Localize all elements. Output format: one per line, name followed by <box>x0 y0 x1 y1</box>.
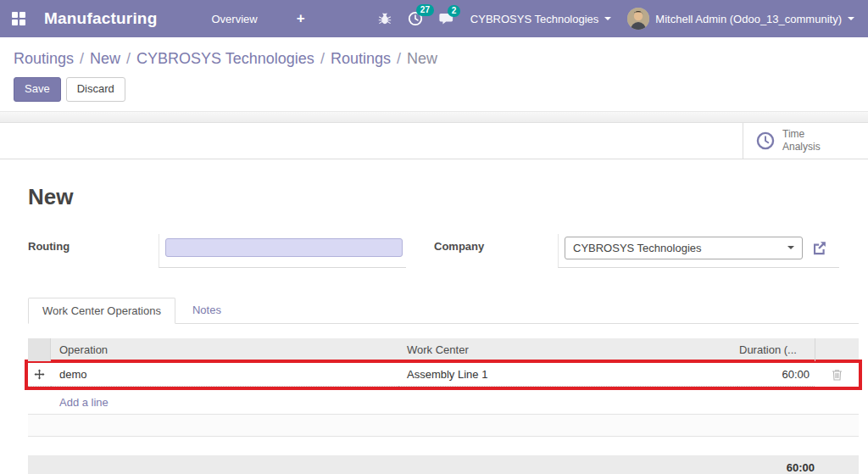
tab-work-center-operations[interactable]: Work Center Operations <box>28 298 175 324</box>
chevron-down-icon <box>848 17 854 20</box>
company-field-group: Company CYBROSYS Technologies <box>434 234 839 268</box>
record-title: New <box>28 184 859 210</box>
breadcrumb-link[interactable]: Routings <box>331 50 391 67</box>
activities-button[interactable]: 27 <box>408 11 423 26</box>
message-count-badge: 2 <box>448 5 461 17</box>
breadcrumb-link[interactable]: Routings <box>14 50 74 67</box>
menu-overview[interactable]: Overview <box>212 13 258 25</box>
company-field-cell: CYBROSYS Technologies <box>558 234 839 268</box>
company-field-label: Company <box>434 234 558 268</box>
control-panel-buttons: Save Discard <box>14 77 854 102</box>
save-button[interactable]: Save <box>14 77 61 102</box>
tab-notes[interactable]: Notes <box>175 298 238 324</box>
chevron-down-icon <box>787 246 794 249</box>
duration-total-value: 60:00 <box>787 461 815 474</box>
external-link-icon[interactable] <box>811 240 827 256</box>
breadcrumb: Routings/New/CYBROSYS Technologies/Routi… <box>14 50 854 68</box>
company-switcher[interactable]: CYBROSYS Technologies <box>470 13 612 25</box>
form-sheet: New Routing Company CYBROSYS Technologie… <box>0 184 868 474</box>
trash-icon <box>832 369 843 381</box>
apps-menu-icon[interactable] <box>12 12 25 25</box>
routing-input[interactable] <box>165 238 403 257</box>
spacer <box>28 437 859 455</box>
status-bar-strip <box>0 111 868 123</box>
discard-button[interactable]: Discard <box>66 77 125 102</box>
add-a-line-link[interactable]: Add a line <box>28 390 859 414</box>
operations-list: Operation Work Center Duration (... demo… <box>28 338 859 474</box>
row-drag-handle[interactable] <box>28 363 51 387</box>
time-analysis-label: Time Analysis <box>782 128 821 153</box>
move-icon <box>34 369 45 380</box>
routing-field-cell <box>159 234 406 268</box>
debug-bug-icon[interactable] <box>378 12 392 25</box>
breadcrumb-separator: / <box>320 50 325 67</box>
list-header: Operation Work Center Duration (... <box>28 338 859 361</box>
cell-operation[interactable]: demo <box>51 363 398 387</box>
cell-work-center[interactable]: Assembly Line 1 <box>398 363 737 387</box>
column-header-operation[interactable]: Operation <box>51 338 398 361</box>
clock-icon <box>756 131 775 150</box>
column-header-work-center[interactable]: Work Center <box>398 338 737 361</box>
messages-button[interactable]: 2 <box>439 12 454 25</box>
activity-count-badge: 27 <box>416 4 434 16</box>
user-avatar <box>627 8 649 30</box>
duration-total-row: 60:00 <box>28 455 859 474</box>
plus-icon[interactable]: + <box>297 10 305 27</box>
cell-duration[interactable]: 60:00 <box>737 363 815 387</box>
stat-button-box: Time Analysis <box>0 123 868 159</box>
routing-field-group: Routing <box>28 234 406 268</box>
table-row[interactable]: demo Assembly Line 1 60:00 <box>28 363 859 387</box>
annotation-highlight-box: demo Assembly Line 1 60:00 <box>25 360 862 390</box>
breadcrumb-separator: / <box>397 50 401 67</box>
time-analysis-label-line2: Analysis <box>782 141 821 153</box>
app-title[interactable]: Manufacturing <box>44 9 158 28</box>
company-switcher-label: CYBROSYS Technologies <box>470 13 599 25</box>
notebook-tabs: Work Center Operations Notes <box>28 297 859 324</box>
breadcrumb-separator: / <box>126 50 131 67</box>
time-analysis-button[interactable]: Time Analysis <box>743 123 868 159</box>
empty-list-band <box>28 414 859 437</box>
delete-row-button[interactable] <box>815 363 859 387</box>
breadcrumb-separator: / <box>80 50 84 67</box>
handle-column-header <box>28 338 51 361</box>
time-analysis-label-line1: Time <box>782 128 821 141</box>
user-menu-label: Mitchell Admin (Odoo_13_community) <box>655 13 842 25</box>
breadcrumb-link[interactable]: New <box>90 50 120 67</box>
control-panel: Routings/New/CYBROSYS Technologies/Routi… <box>0 37 868 111</box>
breadcrumb-link[interactable]: CYBROSYS Technologies <box>136 50 314 67</box>
chevron-down-icon <box>604 17 611 20</box>
company-select-value: CYBROSYS Technologies <box>573 242 702 254</box>
top-navbar: Manufacturing Overview + 27 2 CYBROSYS T… <box>0 0 868 37</box>
navbar-systray: 27 2 CYBROSYS Technologies Mitchell Admi… <box>378 8 854 30</box>
user-menu[interactable]: Mitchell Admin (Odoo_13_community) <box>627 8 854 30</box>
routing-field-label: Routing <box>28 234 159 268</box>
breadcrumb-current: New <box>407 50 437 67</box>
company-select[interactable]: CYBROSYS Technologies <box>565 237 803 259</box>
column-header-duration[interactable]: Duration (... <box>737 338 815 361</box>
bug-icon <box>378 12 392 25</box>
trash-column-header <box>815 338 859 361</box>
form-fields: Routing Company CYBROSYS Technologies <box>28 234 859 268</box>
